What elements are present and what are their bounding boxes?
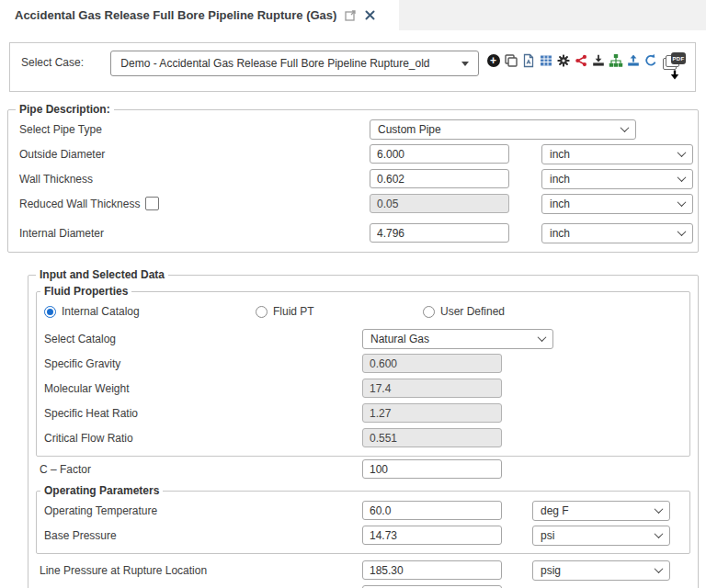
- pdf-batch-icon[interactable]: PDF: [663, 52, 686, 70]
- base-pressure-row: Base Pressure psi: [44, 523, 682, 548]
- reduced-wall-thickness-row: Reduced Wall Thickness inch: [19, 191, 693, 216]
- fluid-properties-legend: Fluid Properties: [40, 285, 131, 298]
- outside-diameter-row: Outside Diameter inch: [19, 141, 693, 166]
- case-tree-icon[interactable]: [608, 52, 623, 68]
- operating-temperature-row: Operating Temperature deg F: [44, 498, 682, 523]
- close-tab-icon[interactable]: [365, 10, 375, 20]
- critical-flow-ratio-row: Critical Flow Ratio: [44, 425, 682, 450]
- tab-title: Accidental Gas Release Full Bore Pipelin…: [15, 8, 336, 22]
- line-pressure-unit-select[interactable]: psig: [532, 560, 670, 581]
- share-icon[interactable]: [573, 52, 588, 68]
- radio-internal-catalog[interactable]: Internal Catalog: [44, 305, 256, 318]
- c-factor-input[interactable]: [362, 459, 502, 479]
- specific-gravity-row: Specific Gravity: [44, 351, 682, 376]
- internal-diameter-row: Internal Diameter inch: [19, 220, 693, 245]
- c-factor-label: C – Factor: [40, 463, 362, 476]
- molecular-weight-row: Molecular Weight: [44, 376, 682, 401]
- reduced-wall-thickness-label: Reduced Wall Thickness: [19, 198, 140, 210]
- radio-user-defined[interactable]: User Defined: [423, 305, 505, 318]
- batch-download-arrow-icon[interactable]: [669, 70, 680, 85]
- specific-gravity-label: Specific Gravity: [44, 357, 362, 370]
- case-combobox-value: Demo - Accidental Gas Release Full Bore …: [120, 57, 429, 70]
- operating-parameters-legend: Operating Parameters: [40, 484, 163, 497]
- wall-thickness-label: Wall Thickness: [19, 173, 370, 186]
- outside-diameter-input[interactable]: [370, 144, 509, 164]
- specific-heat-ratio-label: Specific Heat Ratio: [44, 407, 362, 420]
- line-pressure-row: Line Pressure at Rupture Location psig: [40, 558, 687, 582]
- operating-parameters-section: Operating Parameters Operating Temperatu…: [36, 484, 690, 554]
- pdf-batch-group: PDF: [663, 52, 686, 85]
- select-pipe-type-label: Select Pipe Type: [19, 123, 370, 136]
- pipe-description-section: Pipe Description: Select Pipe Type Custo…: [7, 103, 699, 253]
- select-catalog-row: Select Catalog Natural Gas: [44, 326, 682, 351]
- case-toolbar: +: [485, 50, 686, 85]
- c-factor-row: C – Factor: [40, 457, 687, 481]
- specific-heat-ratio-input: [362, 403, 502, 423]
- wall-thickness-input[interactable]: [370, 169, 509, 188]
- datasheet-icon[interactable]: [538, 52, 553, 68]
- fluid-properties-section: Fluid Properties Internal Catalog Fluid …: [36, 285, 690, 457]
- base-pressure-input[interactable]: [362, 526, 502, 545]
- internal-diameter-input[interactable]: [370, 223, 509, 243]
- copy-case-icon[interactable]: [503, 52, 518, 68]
- critical-flow-ratio-input: [362, 428, 502, 447]
- download-case-icon[interactable]: [590, 52, 606, 68]
- operating-temperature-unit-select[interactable]: deg F: [532, 501, 670, 521]
- tab-bar: Accidental Gas Release Full Bore Pipelin…: [0, 0, 706, 30]
- specific-gravity-input: [362, 354, 502, 373]
- reduced-wall-thickness-unit-select[interactable]: inch: [541, 194, 693, 214]
- upload-case-icon[interactable]: [625, 52, 641, 68]
- combobox-arrow-icon: [461, 62, 469, 66]
- pipe-description-legend: Pipe Description:: [16, 103, 114, 116]
- input-selected-data-section: Input and Selected Data Fluid Properties…: [28, 268, 699, 588]
- specific-heat-ratio-row: Specific Heat Ratio: [44, 401, 682, 425]
- select-catalog-label: Select Catalog: [44, 333, 362, 345]
- radio-unchecked-icon: [423, 306, 435, 318]
- fluid-source-radio-group: Internal Catalog Fluid PT User Defined: [44, 299, 682, 324]
- undo-history-icon[interactable]: [643, 52, 658, 68]
- line-pressure-label: Line Pressure at Rupture Location: [40, 564, 362, 577]
- case-selector-panel: Select Case: Demo - Accidental Gas Relea…: [9, 42, 696, 92]
- active-tab[interactable]: Accidental Gas Release Full Bore Pipelin…: [0, 0, 399, 30]
- reduced-wall-thickness-input: [370, 194, 509, 213]
- operating-temperature-label: Operating Temperature: [44, 504, 362, 517]
- radio-checked-icon: [44, 306, 56, 318]
- pipe-type-select[interactable]: Custom Pipe: [370, 119, 636, 140]
- outside-diameter-unit-select[interactable]: inch: [541, 144, 693, 164]
- base-pressure-unit-select[interactable]: psi: [532, 526, 670, 546]
- molecular-weight-input: [362, 379, 502, 398]
- pdf-report-icon[interactable]: [520, 52, 536, 68]
- base-pressure-label: Base Pressure: [44, 529, 362, 542]
- reduced-wall-thickness-checkbox[interactable]: [145, 197, 159, 210]
- molecular-weight-label: Molecular Weight: [44, 382, 362, 395]
- select-case-label: Select Case:: [21, 50, 110, 69]
- case-combobox[interactable]: Demo - Accidental Gas Release Full Bore …: [110, 51, 479, 76]
- input-selected-data-legend: Input and Selected Data: [36, 268, 168, 281]
- catalog-select[interactable]: Natural Gas: [362, 329, 553, 349]
- outside-diameter-label: Outside Diameter: [19, 148, 370, 161]
- select-pipe-type-row: Select Pipe Type Custom Pipe: [19, 117, 693, 141]
- wall-thickness-row: Wall Thickness inch: [19, 166, 693, 191]
- internal-diameter-label: Internal Diameter: [19, 227, 370, 240]
- settings-gear-icon[interactable]: [555, 52, 571, 68]
- add-case-icon[interactable]: +: [485, 52, 501, 68]
- line-pressure-input[interactable]: [362, 560, 502, 580]
- operating-temperature-input[interactable]: [362, 501, 502, 520]
- critical-flow-ratio-label: Critical Flow Ratio: [44, 432, 362, 445]
- wall-thickness-unit-select[interactable]: inch: [541, 169, 693, 189]
- discharge-coefficient-row: Cd - Discharge Coefficient - (0.8 per EP…: [40, 582, 687, 588]
- internal-diameter-unit-select[interactable]: inch: [541, 223, 693, 243]
- radio-fluid-pt[interactable]: Fluid PT: [256, 305, 423, 318]
- radio-unchecked-icon: [256, 306, 268, 318]
- popout-icon[interactable]: [345, 9, 357, 21]
